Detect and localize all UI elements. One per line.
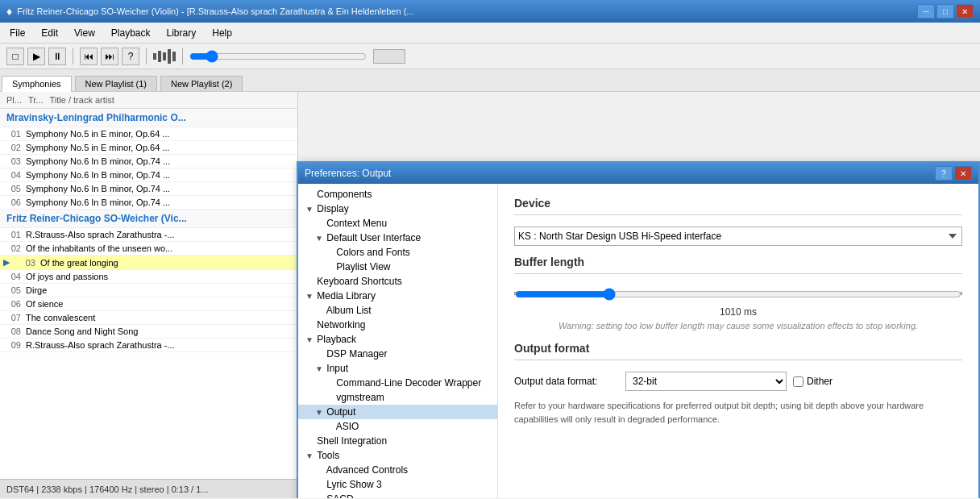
stop-button[interactable]: □ (6, 48, 24, 65)
track-number: 07 (3, 313, 26, 322)
list-item[interactable]: 02 Of the inhabitants of the unseen wo..… (0, 242, 297, 256)
tree-item-context-menu[interactable]: Context Menu (298, 216, 497, 231)
list-item[interactable]: ▶ 03 Of the great longing (0, 256, 297, 270)
device-form-row: KS : North Star Design USB Hi-Speed inte… (514, 227, 962, 246)
menu-playback[interactable]: Playback (105, 26, 157, 40)
prefs-help-button[interactable]: ? (935, 166, 953, 181)
tree-label: Components (317, 189, 372, 200)
track-number: 04 (3, 272, 26, 281)
tree-item-colors-fonts[interactable]: Colors and Fonts (298, 245, 497, 260)
track-title: Of sience (26, 299, 294, 309)
buffer-value-display: 1010 ms (514, 306, 962, 318)
play-button[interactable]: ▶ (27, 48, 45, 65)
tree-item-tools[interactable]: ▼ Tools (298, 448, 497, 463)
tree-label: Colors and Fonts (336, 247, 409, 258)
list-item[interactable]: 01 R.Strauss-Also sprach Zarathustra -..… (0, 228, 297, 242)
toolbar-separator-1 (73, 48, 73, 64)
tab-symphonies[interactable]: Symphonies (2, 76, 72, 92)
next-button[interactable]: ⏭ (101, 48, 118, 65)
tree-label: Display (317, 203, 348, 214)
output-format-section-title: Output format (514, 342, 962, 360)
minimize-button[interactable]: ─ (917, 4, 935, 19)
toolbar-separator-3 (182, 48, 183, 64)
tree-item-lyric-show[interactable]: Lyric Show 3 (298, 477, 497, 492)
tree-label: Output (326, 406, 355, 418)
menu-view[interactable]: View (68, 26, 102, 40)
list-item[interactable]: 06 Of sience (0, 297, 297, 311)
tree-item-default-ui[interactable]: ▼ Default User Interface (298, 231, 497, 245)
tree-item-media-library[interactable]: ▼ Media Library (298, 289, 497, 303)
track-title: Symphony No.6 In B minor, Op.74 ... (26, 170, 294, 180)
tree-item-asio[interactable]: ASIO (298, 419, 497, 434)
toolbar: □ ▶ ⏸ ⏮ ⏭ ? (0, 44, 980, 69)
list-item[interactable]: 05 Symphony No.6 In B minor, Op.74 ... (0, 182, 297, 196)
tree-item-cmdline-decoder[interactable]: Command-Line Decoder Wrapper (298, 376, 497, 390)
tree-label: Tools (317, 450, 339, 461)
tree-item-shell-integration[interactable]: Shell Integration (298, 434, 497, 448)
maximize-button[interactable]: □ (936, 4, 954, 19)
tree-label: DSP Manager (326, 348, 387, 360)
list-item[interactable]: 06 Symphony No.6 In B minor, Op.74 ... (0, 196, 297, 210)
prefs-close-button[interactable]: ✕ (954, 166, 972, 181)
tree-item-input[interactable]: ▼ Input (298, 361, 497, 376)
tree-label: Networking (317, 319, 365, 331)
list-item[interactable]: 04 Symphony No.6 In B minor, Op.74 ... (0, 168, 297, 182)
dither-checkbox-wrap: Dither (793, 376, 833, 387)
help-button[interactable]: ? (122, 48, 139, 65)
output-data-format-select[interactable]: 8-bit 16-bit 24-bit 32-bit (625, 372, 787, 391)
prefs-content: Device KS : North Star Design USB Hi-Spe… (498, 184, 978, 498)
list-item[interactable]: 08 Dance Song and Night Song (0, 325, 297, 339)
device-section-title: Device (514, 197, 962, 215)
track-title: Of the great longing (40, 258, 294, 268)
seek-slider[interactable] (189, 50, 367, 63)
menu-edit[interactable]: Edit (35, 26, 64, 40)
tree-item-vgmstream[interactable]: vgmstream (298, 390, 497, 405)
col-playlist: Pl... (3, 94, 25, 106)
list-item[interactable]: 03 Symphony No.6 In B minor, Op.74 ... (0, 155, 297, 168)
tree-item-display[interactable]: ▼ Display (298, 202, 497, 216)
tree-item-networking[interactable]: Networking (298, 318, 497, 332)
seek-area (189, 49, 974, 64)
preferences-dialog: Preferences: Output ? ✕ Components ▼ Dis… (297, 161, 980, 498)
prev-button[interactable]: ⏮ (80, 48, 98, 65)
status-text: DST64 | 2338 kbps | 176400 Hz | stereo |… (6, 484, 209, 494)
tree-item-playback[interactable]: ▼ Playback (298, 332, 497, 347)
tree-item-components[interactable]: Components (298, 187, 497, 202)
track-title: Symphony No.6 In B minor, Op.74 ... (26, 156, 294, 166)
list-item[interactable]: 02 Symphony No.5 in E minor, Op.64 ... (0, 141, 297, 155)
buffer-slider[interactable] (515, 288, 961, 301)
track-number: 08 (3, 326, 26, 336)
track-number: 03 (3, 156, 26, 166)
device-select[interactable]: KS : North Star Design USB Hi-Speed inte… (514, 227, 962, 246)
menu-library[interactable]: Library (160, 26, 203, 40)
tree-label: SACD (326, 493, 353, 498)
tree-item-sacd[interactable]: SACD (298, 492, 497, 498)
tab-new-playlist-2[interactable]: New Playlist (2) (160, 76, 243, 91)
tree-item-playlist-view[interactable]: Playlist View (298, 260, 497, 274)
tree-item-dsp-manager[interactable]: DSP Manager (298, 347, 497, 361)
buffer-warning-text: Warning: setting too low buffer length m… (514, 321, 962, 331)
tree-item-album-list[interactable]: Album List (298, 303, 497, 318)
window-close-button[interactable]: ✕ (956, 4, 974, 19)
track-title: Symphony No.6 In B minor, Op.74 ... (26, 184, 294, 193)
tabs-bar: Symphonies New Playlist (1) New Playlist… (0, 69, 980, 92)
list-item[interactable]: 07 The convalescent (0, 311, 297, 325)
tab-new-playlist-1[interactable]: New Playlist (1) (75, 76, 157, 91)
list-item[interactable]: 01 Symphony No.5 in E minor, Op.64 ... (0, 127, 297, 141)
tree-item-keyboard-shortcuts[interactable]: Keyboard Shortcuts (298, 274, 497, 289)
pause-button[interactable]: ⏸ (48, 48, 66, 65)
menu-file[interactable]: File (3, 26, 31, 40)
tree-item-output[interactable]: ▼ Output (298, 405, 497, 419)
list-item[interactable]: 04 Of joys and passions (0, 270, 297, 284)
list-item[interactable]: 09 R.Strauss-Also sprach Zarathustra -..… (0, 339, 297, 352)
dither-checkbox[interactable] (793, 376, 804, 387)
menu-help[interactable]: Help (206, 26, 239, 40)
tree-item-advanced-controls[interactable]: Advanced Controls (298, 463, 497, 477)
buffer-slider-container (514, 285, 962, 301)
prefs-titlebar: Preferences: Output ? ✕ (298, 163, 978, 184)
list-item[interactable]: 05 Dirge (0, 284, 297, 297)
expander-icon: ▼ (305, 451, 314, 460)
tree-label: Lyric Show 3 (326, 479, 381, 490)
track-number: 01 (3, 129, 26, 139)
buffer-slider-track (514, 292, 962, 295)
